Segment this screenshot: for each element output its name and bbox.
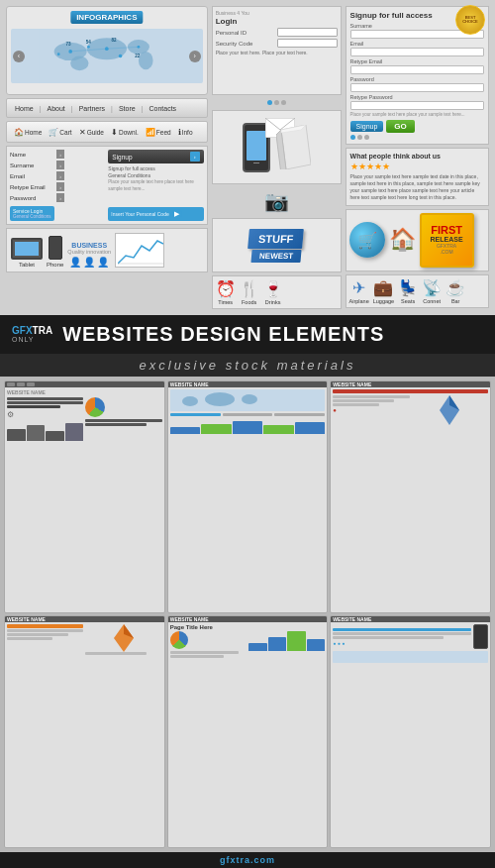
email-input[interactable]	[350, 48, 484, 56]
svg-point-25	[242, 394, 257, 404]
gear-decoration: ⚙	[7, 410, 83, 419]
thumb-3-main: ●	[333, 395, 488, 425]
dot-inactive-1[interactable]	[274, 100, 279, 105]
origami-svg	[440, 395, 459, 425]
mini-pie-5	[170, 631, 188, 649]
nav-partners[interactable]: Partners	[75, 104, 109, 113]
nav2-cart[interactable]: 🛒Cart	[46, 127, 74, 138]
nav-dot-2	[17, 382, 25, 386]
retype-row: Retype Email ›	[10, 182, 105, 191]
insert-code-button[interactable]: Insert Your Personal Code ▶	[108, 207, 203, 221]
surname-arrow[interactable]: ›	[56, 161, 64, 169]
signup-arrow-btn[interactable]: ›	[190, 152, 200, 162]
thumb-2-content	[170, 389, 326, 610]
thumb-5-title: Page Title Here	[170, 624, 326, 630]
login-small-text: Place your text here. Place your text he…	[216, 50, 338, 56]
dot-navigation	[212, 98, 342, 107]
form-right-col: Signup › Signup for full accessGeneral C…	[108, 150, 203, 221]
tablet-icon-item: Tablet	[11, 238, 43, 268]
signup-submit-button[interactable]: Signup	[350, 121, 384, 132]
thumbnail-1[interactable]: WEBSITE NAME ⚙	[4, 380, 165, 613]
phone-button	[253, 163, 259, 163]
thumb-5-body: Page Title Here	[168, 622, 328, 847]
tablet-label: Tablet	[19, 262, 35, 268]
thumbnail-6[interactable]: WEBSITE NAME ● ● ●	[330, 615, 491, 848]
thumb-3-left: ●	[333, 395, 409, 425]
nav-contacts[interactable]: Contacts	[146, 104, 181, 113]
name-arrow[interactable]: ›	[56, 150, 64, 159]
password-input[interactable]	[350, 83, 484, 92]
nav2-info[interactable]: ℹInfo	[175, 127, 196, 138]
thumb-inner-5: WEBSITE NAME Page Title Here	[168, 616, 328, 847]
gfxtra-logo-com: GFXTRA	[12, 325, 52, 336]
phone-envelope-group	[243, 123, 270, 172]
thumb-2-map-svg	[170, 389, 326, 411]
times-icon-item: ⏰ Times	[216, 279, 236, 305]
nav2-feed[interactable]: 📶Feed	[143, 127, 174, 138]
fork-icon: 🍴	[240, 279, 259, 298]
thumbnail-3[interactable]: WEBSITE NAME ●	[330, 380, 491, 613]
thumb-1-body: WEBSITE NAME ⚙	[5, 387, 164, 612]
thumb-2-bars	[170, 419, 326, 434]
origami-orange-svg	[114, 624, 134, 652]
cart-ball[interactable]: 🛒	[349, 222, 385, 258]
thumb-inner-4: WEBSITE NAME	[5, 616, 164, 847]
nav-about[interactable]: About	[44, 104, 69, 113]
password-row: Password ›	[10, 193, 105, 202]
personal-id-input[interactable]	[277, 28, 338, 37]
connect-label: Connet	[423, 298, 441, 304]
form-left-col: Name › Surname › Email › Retype Email ›	[10, 150, 105, 221]
thumb-6-body: ● ● ●	[331, 622, 490, 847]
thumbnail-4[interactable]: WEBSITE NAME	[4, 615, 165, 848]
thumb-3-accent: ●	[333, 407, 409, 413]
thumbnail-5[interactable]: WEBSITE NAME Page Title Here	[167, 615, 329, 848]
stuff-ribbon: STUFF	[248, 229, 304, 249]
nav-home[interactable]: Home	[11, 104, 38, 113]
bar-icon-item: ☕ Bar	[446, 278, 465, 304]
retype-email-input[interactable]	[350, 65, 484, 74]
dot-active[interactable]	[267, 100, 272, 105]
release-text: RELEASE	[431, 236, 463, 243]
title-banner: GFXTRA ONLY WEBSITES DESIGN ELEMENTS	[0, 315, 495, 354]
first-release-badge: FIRST RELEASE GFXTRA.COM	[420, 213, 474, 268]
retype-password-input[interactable]	[350, 101, 484, 110]
service-login-button[interactable]: Service Login General Conditions	[10, 206, 54, 221]
footer-text: gfxtra.com	[220, 855, 275, 865]
retype-password-field: Retype Password	[350, 94, 484, 110]
thumb-1-top: WEBSITE NAME	[7, 389, 162, 395]
signup-description: Signup for full accessGeneral Conditions…	[108, 165, 203, 192]
thumb-2-body	[168, 387, 328, 612]
paper-fold-svg	[276, 125, 311, 169]
signup-bar: Signup ›	[108, 150, 203, 163]
retype-label: Retype Email	[10, 184, 54, 190]
dots-row	[350, 135, 484, 140]
nav2-guide[interactable]: ✕Guide	[76, 127, 107, 138]
inactive-dot-2	[364, 135, 369, 140]
map-next-button[interactable]: ›	[189, 51, 201, 62]
world-map-area: ‹	[11, 29, 203, 83]
dot-inactive-2[interactable]	[281, 100, 286, 105]
business-subtitle: Quality innovation	[67, 249, 111, 255]
security-code-row: Security Code	[216, 39, 338, 48]
password-arrow[interactable]: ›	[56, 193, 64, 202]
nav-store[interactable]: Store	[115, 104, 140, 113]
retype-arrow[interactable]: ›	[56, 182, 64, 191]
ribbon-area: STUFF NEWEST	[212, 218, 342, 272]
email-arrow[interactable]: ›	[56, 171, 64, 180]
map-prev-button[interactable]: ‹	[13, 51, 25, 62]
security-code-input[interactable]	[277, 39, 338, 48]
signup-label: Signup	[112, 154, 132, 161]
thumb-5-content: Page Title Here	[170, 624, 326, 845]
thumbnail-2[interactable]: WEBSITE NAME	[167, 380, 329, 613]
camera-area: 📷	[212, 187, 342, 215]
go-button[interactable]: GO	[386, 120, 414, 133]
nav-dot-1	[7, 382, 15, 386]
nav-bar-1: Home | About | Partners | Store | Contac…	[6, 98, 208, 118]
foods-icon-item: 🍴 Foods	[240, 279, 259, 305]
password-label: Password	[10, 195, 54, 201]
tra-text: TRA	[33, 325, 53, 336]
retype-password-label: Retype Password	[350, 94, 484, 100]
infographics-box: INFOGRAPHICS ‹	[6, 6, 208, 95]
nav2-download[interactable]: ⬇Downl.	[108, 127, 142, 138]
nav2-home[interactable]: 🏠Home	[11, 127, 45, 138]
